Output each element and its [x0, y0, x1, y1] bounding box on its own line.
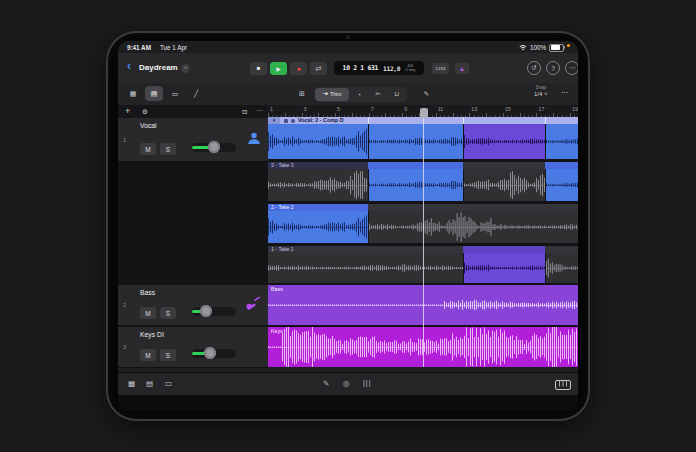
ruler-bar-number: 1	[270, 106, 273, 112]
ruler-bar-number: 7	[371, 106, 374, 112]
take-folder-icon	[284, 119, 288, 123]
metronome-button[interactable]: ▲	[455, 63, 469, 74]
plugins-button[interactable]: ▭	[165, 379, 172, 388]
ruler-bar-number: 17	[538, 106, 544, 112]
ruler-bar-number: 3	[304, 106, 307, 112]
take1-region-selected[interactable]	[464, 253, 545, 283]
fade-tool[interactable]: ◔	[350, 88, 368, 101]
track-settings-button[interactable]: ⚙	[142, 108, 148, 116]
take1-name: 1 - Take 1	[271, 246, 294, 253]
metronome-icon: ▲	[459, 65, 465, 72]
keys-region-label: Keys	[271, 328, 283, 334]
automation-view-button[interactable]: ╱	[187, 86, 205, 101]
project-menu-chevron-icon[interactable]: ˅	[181, 64, 190, 73]
snap-chevron-icon: ˅	[544, 91, 548, 97]
join-tool[interactable]: ⊔	[388, 88, 406, 101]
region-view-button[interactable]: ▭	[166, 86, 184, 101]
mute-button[interactable]: M	[140, 349, 156, 361]
undo-button[interactable]: ↺	[527, 61, 541, 75]
solo-button[interactable]: S	[160, 349, 176, 361]
take3-region-unused[interactable]	[464, 169, 545, 201]
ruler-bar-number: 9	[404, 106, 407, 112]
toolbar-right-buttons: ↺ ? ⋯	[527, 61, 578, 75]
mixer-button[interactable]: ▤	[146, 379, 153, 388]
comp-segment-take3b[interactable]	[546, 124, 579, 159]
stop-button[interactable]: ■	[250, 62, 267, 75]
browser-button[interactable]: ▦	[128, 379, 135, 388]
bass-region-label: Bass	[271, 286, 283, 292]
copy-button[interactable]: ⊞	[294, 86, 310, 101]
comp-segment-take2[interactable]	[268, 124, 368, 159]
take3-region-selected[interactable]	[546, 169, 579, 201]
track-number: 1	[123, 137, 126, 143]
cycle-button[interactable]: ⇄	[310, 62, 327, 75]
browser-view-button[interactable]: ▦	[124, 86, 142, 101]
take3-region-unused[interactable]	[268, 169, 368, 201]
battery-percent: 100%	[530, 44, 546, 51]
track-header-vocal[interactable]: 1 Vocal M S	[118, 118, 268, 162]
photo-background: 9:41 AM Tue 1 Apr 100% ‹ Daydream ˅ ■ ▶ …	[0, 0, 696, 452]
volume-slider[interactable]	[192, 307, 236, 316]
front-camera	[346, 35, 350, 39]
bass-guitar-track-icon[interactable]	[245, 296, 261, 314]
status-time: 9:41 AM	[127, 44, 151, 51]
ruler-bar-number: 19	[572, 106, 578, 112]
logic-pro-app: 9:41 AM Tue 1 Apr 100% ‹ Daydream ˅ ■ ▶ …	[118, 41, 578, 411]
play-surface-keyboard-button[interactable]	[555, 380, 571, 392]
tempo-value: 112,0	[383, 65, 400, 72]
ipad-device: 9:41 AM Tue 1 Apr 100% ‹ Daydream ˅ ■ ▶ …	[106, 31, 590, 421]
more-button[interactable]: ⋯	[565, 61, 578, 75]
track-header-more-button[interactable]: ⋯	[256, 107, 263, 115]
snap-selector[interactable]: Snap 1/4 ˅	[534, 85, 548, 97]
comp-segment-take3[interactable]	[369, 124, 463, 159]
screen-bottom-filler	[118, 395, 578, 411]
take1-region-unused[interactable]	[546, 253, 579, 283]
tracks-view-button[interactable]: ▤	[145, 86, 163, 101]
volume-slider[interactable]	[192, 143, 236, 152]
lcd-display[interactable]: 10 2 1 631 112,0 4/4 C maj	[334, 61, 424, 75]
controls-knob-button[interactable]: ◎	[343, 379, 350, 388]
ruler-bar-number: 15	[505, 106, 511, 112]
project-title[interactable]: Daydream	[139, 63, 178, 72]
take2-region-selected[interactable]	[268, 211, 368, 243]
faders-button[interactable]: |||	[363, 379, 371, 386]
track-header-bass[interactable]: 2 Bass M S	[118, 285, 268, 326]
track-header-keys[interactable]: 3 Keys DI M S	[118, 327, 268, 368]
solo-button[interactable]: S	[160, 143, 176, 155]
tool-selector: ⇥ Trim ◔ ✂ ⊔	[314, 87, 407, 102]
draw-tool[interactable]: ✎	[418, 86, 435, 101]
take3-name: 3 - Take 3	[271, 162, 294, 169]
trim-icon: ⇥	[323, 90, 328, 98]
vocalist-track-icon[interactable]	[247, 131, 261, 149]
playhead-handle[interactable]	[420, 108, 428, 118]
split-tool[interactable]: ✂	[369, 88, 387, 101]
record-button[interactable]: ●	[290, 62, 307, 75]
main-toolbar: ‹ Daydream ˅ ■ ▶ ● ⇄ 10 2 1 631 112,0 4/…	[118, 53, 578, 84]
count-in-button[interactable]: 1234	[432, 63, 449, 74]
take3-region-selected[interactable]	[369, 169, 463, 201]
battery-icon	[549, 44, 564, 53]
mute-button[interactable]: M	[140, 307, 156, 319]
trim-tool[interactable]: ⇥ Trim	[315, 88, 349, 101]
collapse-lanes-button[interactable]: ⊡	[242, 108, 247, 116]
wifi-icon	[519, 44, 527, 51]
take2-region-unused[interactable]	[369, 211, 579, 243]
status-bar: 9:41 AM Tue 1 Apr 100%	[118, 41, 578, 53]
track-number: 3	[123, 344, 126, 350]
volume-slider[interactable]	[192, 349, 236, 358]
back-button[interactable]: ‹	[127, 59, 131, 73]
take-folder-chevron-icon[interactable]: ▾	[268, 117, 280, 124]
comp-region-name: Vocal: 2 - Comp D	[298, 117, 344, 124]
editor-pencil-button[interactable]: ✎	[323, 379, 329, 388]
help-button[interactable]: ?	[546, 61, 560, 75]
take1-region-unused[interactable]	[268, 253, 463, 283]
toolbar-more-button[interactable]: ⋯	[561, 88, 569, 97]
mute-button[interactable]: M	[140, 143, 156, 155]
track-name: Bass	[140, 289, 155, 296]
bottom-toolbar: ▦ ▤ ▭ ✎ ◎ |||	[118, 372, 578, 396]
play-button[interactable]: ▶	[270, 62, 287, 75]
playhead-line	[423, 117, 424, 367]
solo-button[interactable]: S	[160, 307, 176, 319]
add-track-button[interactable]: +	[125, 106, 130, 116]
comp-segment-take1[interactable]	[464, 124, 545, 159]
